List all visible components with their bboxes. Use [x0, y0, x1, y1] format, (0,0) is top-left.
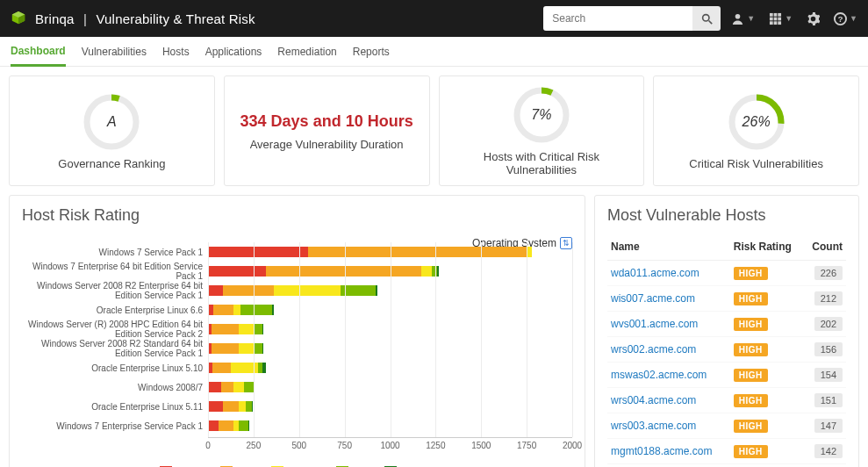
risk-rating-badge: HIGH — [734, 267, 768, 280]
card-label: Hosts with Critical Risk Vulnerabilities — [452, 150, 632, 176]
chart-segment-high[interactable] — [223, 285, 274, 296]
card-governance-ranking[interactable]: A Governance Ranking — [9, 75, 215, 186]
tab-reports[interactable]: Reports — [353, 37, 390, 67]
card-critical-vulns[interactable]: 26% Critical Risk Vulnerabilities — [653, 75, 859, 186]
table-row: mgmt0188.acme.comHIGH142 — [607, 439, 846, 464]
gear-icon — [807, 12, 820, 25]
chart-segment-medium[interactable] — [233, 305, 240, 315]
table-row: wis007.acme.comHIGH212 — [607, 286, 846, 312]
host-link[interactable]: wis007.acme.com — [611, 292, 695, 305]
chart-segment-medium[interactable] — [274, 285, 341, 296]
chart-x-tick: 1000 — [380, 441, 399, 450]
table-row: wrs002.acme.comHIGH156 — [607, 337, 846, 363]
host-link[interactable]: wrs002.acme.com — [611, 343, 696, 356]
chart-segment-high[interactable] — [212, 324, 239, 334]
chart-y-label: Windows Server 2008 R2 Enterprise 64 bit… — [22, 281, 208, 300]
chart-segment-minimal[interactable] — [376, 285, 377, 296]
host-link[interactable]: mgmt0188.acme.com — [611, 445, 712, 457]
brinqa-logo-icon — [11, 11, 26, 26]
chart-x-tick: 500 — [291, 441, 306, 450]
chart-segment-low[interactable] — [246, 401, 252, 412]
count-pill: 212 — [814, 291, 843, 305]
chart-segment-medium[interactable] — [239, 343, 254, 354]
settings-button[interactable] — [807, 12, 820, 25]
svg-rect-11 — [778, 17, 781, 20]
svg-rect-9 — [770, 17, 773, 20]
table-row: wda002.acme.comHIGH141 — [607, 464, 846, 468]
svg-rect-8 — [778, 12, 781, 16]
search-icon — [701, 13, 713, 25]
panel-host-risk-rating: Host Risk Rating Operating System ⇅ Wind… — [9, 195, 585, 467]
chart-segment-low[interactable] — [239, 420, 247, 431]
help-icon: ? — [834, 12, 847, 25]
risk-rating-badge: HIGH — [734, 420, 768, 433]
chart-segment-minimal[interactable] — [248, 420, 249, 431]
table-header[interactable]: Name — [607, 234, 730, 261]
chart-segment-high[interactable] — [221, 382, 234, 392]
risk-rating-badge: HIGH — [734, 318, 768, 331]
chart-segment-high[interactable] — [308, 247, 527, 257]
chart-segment-medium[interactable] — [239, 401, 245, 412]
chart-segment-high[interactable] — [266, 266, 420, 277]
search-button[interactable] — [692, 6, 721, 31]
chart-segment-medium[interactable] — [239, 324, 254, 334]
help-menu[interactable]: ? ▼ — [834, 12, 857, 25]
chart-segment-low[interactable] — [240, 305, 271, 315]
search-box — [543, 6, 721, 31]
chart-segment-medium[interactable] — [421, 266, 432, 277]
tab-hosts[interactable]: Hosts — [162, 37, 190, 67]
vulnerable-hosts-table: NameRisk RatingCount wda011.acme.comHIGH… — [607, 234, 846, 467]
chart-segment-medium[interactable] — [233, 382, 244, 392]
user-icon — [731, 12, 744, 25]
table-row: wvs001.acme.comHIGH202 — [607, 312, 846, 337]
chart-segment-critical[interactable] — [208, 247, 308, 257]
tab-dashboard[interactable]: Dashboard — [11, 37, 66, 67]
host-link[interactable]: wda011.acme.com — [611, 267, 699, 279]
governance-donut: A — [83, 94, 140, 150]
card-hosts-critical[interactable]: 7% Hosts with Critical Risk Vulnerabilit… — [439, 75, 645, 186]
hosts-critical-donut: 7% — [513, 87, 570, 143]
chart-segment-low[interactable] — [341, 285, 375, 296]
chart-segment-low[interactable] — [244, 382, 253, 392]
apps-menu[interactable]: ▼ — [769, 12, 793, 25]
chart-segment-minimal[interactable] — [252, 401, 253, 412]
chart-segment-low[interactable] — [254, 324, 262, 334]
chart-segment-critical[interactable] — [208, 382, 221, 392]
tab-remediation[interactable]: Remediation — [277, 37, 336, 67]
chart-segment-high[interactable] — [212, 343, 239, 354]
card-avg-duration[interactable]: 334 Days and 10 Hours Average Vulnerabil… — [224, 75, 430, 186]
chart-segment-high[interactable] — [213, 305, 233, 315]
chart-segment-minimal[interactable] — [262, 363, 266, 373]
chart-segment-high[interactable] — [212, 363, 231, 373]
card-label: Average Vulnerability Duration — [250, 138, 404, 151]
chart-segment-critical[interactable] — [208, 401, 223, 412]
chart-segment-low[interactable] — [254, 343, 262, 354]
chart-segment-high[interactable] — [223, 401, 240, 412]
tab-vulnerabilities[interactable]: Vulnerabilities — [82, 37, 147, 67]
chart-segment-minimal[interactable] — [272, 305, 274, 315]
host-link[interactable]: wrs004.acme.com — [611, 394, 696, 406]
chart-segment-critical[interactable] — [208, 266, 266, 277]
host-link[interactable]: mswas02.acme.com — [611, 369, 707, 381]
table-row: mswas02.acme.comHIGH154 — [607, 363, 846, 388]
tab-applications[interactable]: Applications — [205, 37, 262, 67]
host-link[interactable]: wvs001.acme.com — [611, 318, 698, 330]
table-header[interactable]: Risk Rating — [730, 234, 804, 261]
host-link[interactable]: wrs003.acme.com — [611, 420, 696, 432]
search-input[interactable] — [543, 6, 692, 31]
table-row: wrs003.acme.comHIGH147 — [607, 413, 846, 439]
table-header[interactable]: Count — [804, 234, 846, 261]
chart-segment-critical[interactable] — [208, 420, 219, 431]
chart-y-label: Oracle Enterprise Linux 5.10 — [22, 358, 208, 377]
chart-segment-minimal[interactable] — [262, 324, 263, 334]
user-menu[interactable]: ▼ — [731, 12, 755, 25]
chart-segment-high[interactable] — [219, 420, 233, 431]
chart-y-label: Windows Server 2008 R2 Standard 64 bit E… — [22, 339, 208, 358]
count-pill: 142 — [814, 444, 843, 458]
chart-segment-minimal[interactable] — [437, 266, 439, 277]
chart-x-tick: 1500 — [471, 441, 491, 450]
count-pill: 147 — [814, 419, 843, 433]
chart-segment-minimal[interactable] — [262, 343, 263, 354]
chart-segment-critical[interactable] — [208, 285, 223, 296]
card-label: Governance Ranking — [58, 157, 165, 170]
